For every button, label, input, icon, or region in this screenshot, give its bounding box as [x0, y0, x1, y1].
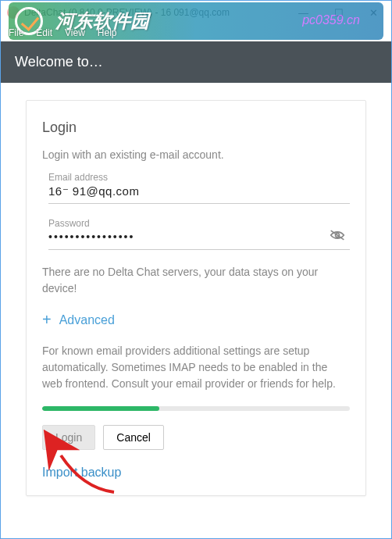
- menu-view[interactable]: View: [60, 26, 90, 40]
- window-title: DeltaChat (0.840.0-PREVIEW) - 16 091@qq.…: [24, 7, 286, 18]
- menu-file[interactable]: File: [4, 26, 28, 40]
- welcome-header: Welcome to…: [1, 41, 391, 83]
- password-field-wrapper: Password ••••••••••••••••: [48, 218, 350, 250]
- menu-help[interactable]: Help: [93, 26, 122, 40]
- header-title: Welcome to…: [15, 54, 103, 70]
- login-subtitle: Login with an existing e-mail account.: [42, 148, 350, 161]
- password-input[interactable]: ••••••••••••••••: [48, 230, 350, 246]
- provider-info-text: For known email providers additional set…: [42, 343, 350, 392]
- visibility-off-icon[interactable]: [330, 229, 345, 245]
- progress-track: [42, 406, 350, 411]
- email-input[interactable]: 16⁻ 91@qq.com: [48, 184, 350, 200]
- maximize-button[interactable]: ☐: [321, 1, 356, 24]
- minimize-button[interactable]: —: [286, 1, 321, 24]
- app-icon: [7, 6, 20, 19]
- progress-bar: [42, 406, 159, 411]
- cancel-button[interactable]: Cancel: [103, 425, 164, 450]
- window-titlebar: DeltaChat (0.840.0-PREVIEW) - 16 091@qq.…: [1, 1, 391, 24]
- button-row: Login Cancel: [42, 425, 350, 450]
- import-backup-link[interactable]: Import backup: [42, 466, 121, 480]
- email-label: Email address: [48, 172, 350, 183]
- menu-bar: File Edit View Help: [1, 24, 391, 41]
- menu-edit[interactable]: Edit: [31, 26, 57, 40]
- advanced-toggle[interactable]: + Advanced: [42, 311, 350, 329]
- plus-icon: +: [42, 311, 52, 329]
- login-card: Login Login with an existing e-mail acco…: [26, 100, 366, 496]
- advanced-label: Advanced: [59, 313, 115, 327]
- login-heading: Login: [42, 120, 350, 136]
- server-info-text: There are no Delta Chat servers, your da…: [42, 264, 350, 297]
- login-button[interactable]: Login: [42, 425, 95, 450]
- email-field-wrapper: Email address 16⁻ 91@qq.com: [48, 172, 350, 204]
- close-button[interactable]: ✕: [356, 1, 391, 24]
- password-label: Password: [48, 218, 350, 229]
